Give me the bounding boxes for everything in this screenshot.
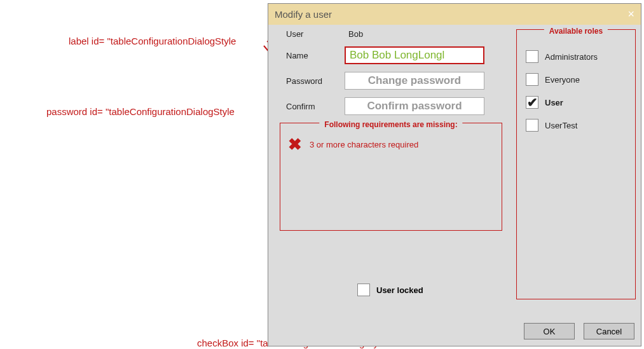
role-item-user[interactable]: ✔ User xyxy=(526,96,629,109)
x-icon: ✖ xyxy=(288,135,302,154)
role-label: Everyone xyxy=(545,75,580,85)
name-input[interactable] xyxy=(345,46,484,64)
name-label: Name xyxy=(275,51,345,60)
checkbox-checked-icon[interactable]: ✔ xyxy=(526,96,538,109)
user-locked-row[interactable]: User locked xyxy=(357,284,423,296)
annotation-password: password id= "tableConfigurationDialogSt… xyxy=(46,106,235,117)
user-value: Bob xyxy=(345,29,363,39)
requirements-title: Following requirements are missing: xyxy=(319,120,462,129)
dialog-title: Modify a user xyxy=(275,9,332,20)
modify-user-dialog: Modify a user × User Bob Name Password C… xyxy=(268,3,641,346)
checkbox-icon[interactable] xyxy=(526,50,538,63)
confirm-input[interactable] xyxy=(345,97,484,115)
role-label: UserTest xyxy=(545,121,577,130)
checkbox-icon[interactable] xyxy=(357,284,370,296)
confirm-label: Confirm xyxy=(275,102,345,111)
role-item-usertest[interactable]: UserTest xyxy=(526,119,629,132)
password-label: Password xyxy=(275,76,345,86)
ok-button[interactable]: OK xyxy=(524,323,575,339)
cancel-button[interactable]: Cancel xyxy=(584,323,634,339)
role-item-administrators[interactable]: Administrators xyxy=(526,50,629,63)
requirement-text: 3 or more characters required xyxy=(310,140,418,149)
annotation-label: label id= "tableConfigurationDialogStyle xyxy=(69,36,236,46)
requirements-groupbox: Following requirements are missing: ✖ 3 … xyxy=(280,123,502,231)
checkbox-icon[interactable] xyxy=(526,119,538,132)
password-input[interactable] xyxy=(345,72,484,90)
requirement-item: ✖ 3 or more characters required xyxy=(288,135,494,154)
roles-groupbox: Available roles Administrators Everyone … xyxy=(516,29,636,299)
user-label: User xyxy=(275,29,345,39)
checkbox-icon[interactable] xyxy=(526,73,538,86)
close-icon[interactable]: × xyxy=(627,8,634,21)
titlebar: Modify a user × xyxy=(268,4,641,25)
button-row: OK Cancel xyxy=(524,323,634,339)
user-locked-label: User locked xyxy=(376,285,423,295)
role-label: Administrators xyxy=(545,52,598,62)
roles-title: Available roles xyxy=(544,27,608,36)
role-label: User xyxy=(545,98,563,107)
role-item-everyone[interactable]: Everyone xyxy=(526,73,629,86)
